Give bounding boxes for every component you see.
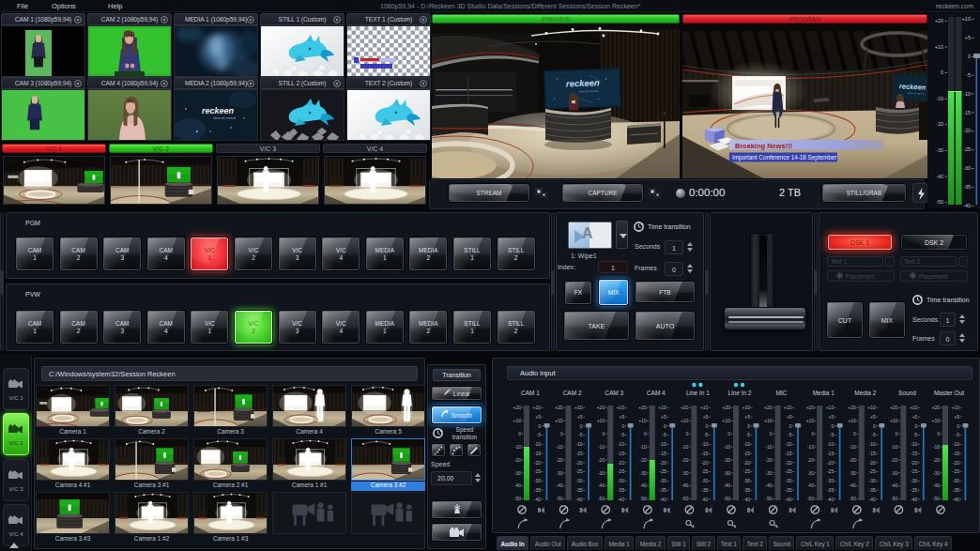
svg-text:+10: +10 bbox=[890, 418, 898, 423]
svg-text:+10: +10 bbox=[638, 418, 647, 423]
svg-text:-10: -10 bbox=[681, 444, 688, 450]
svg-text:+5: +5 bbox=[619, 414, 624, 420]
svg-text:-10: -10 bbox=[785, 441, 791, 447]
svg-text:0: 0 bbox=[896, 431, 898, 436]
svg-text:-20: -20 bbox=[936, 121, 943, 127]
svg-text:0: 0 bbox=[853, 431, 856, 436]
svg-text:-50: -50 bbox=[850, 496, 856, 501]
svg-text:-40: -40 bbox=[933, 482, 940, 488]
svg-text:-40: -40 bbox=[660, 497, 666, 502]
svg-text:Line In 1: Line In 1 bbox=[686, 390, 710, 396]
svg-text:keen on record: keen on record bbox=[579, 89, 598, 94]
svg-text:0: 0 bbox=[538, 423, 541, 429]
svg-text:+5: +5 bbox=[912, 414, 918, 420]
svg-text:0: 0 bbox=[580, 423, 583, 429]
svg-text:CAM 1: CAM 1 bbox=[521, 390, 540, 396]
svg-text:-40: -40 bbox=[618, 497, 624, 502]
svg-text:0: 0 bbox=[873, 423, 876, 429]
svg-text:-20: -20 bbox=[575, 460, 582, 466]
svg-text:-40: -40 bbox=[785, 497, 791, 502]
svg-text:-5: -5 bbox=[871, 432, 876, 437]
svg-text:-30: -30 bbox=[598, 470, 605, 476]
svg-text:+10: +10 bbox=[962, 16, 971, 22]
svg-text:-30: -30 bbox=[807, 470, 814, 476]
svg-text:reckeen: reckeen bbox=[899, 82, 926, 91]
svg-text:-30: -30 bbox=[724, 470, 730, 476]
svg-text:-35: -35 bbox=[618, 487, 624, 493]
svg-text:-15: -15 bbox=[701, 451, 708, 456]
svg-text:-10: -10 bbox=[743, 441, 750, 447]
svg-text:-10: -10 bbox=[827, 441, 834, 447]
svg-text:+10: +10 bbox=[806, 418, 815, 423]
svg-text:-30: -30 bbox=[660, 478, 666, 483]
svg-text:0: 0 bbox=[686, 431, 689, 436]
svg-text:-5: -5 bbox=[913, 432, 918, 437]
svg-text:-10: -10 bbox=[514, 444, 521, 450]
svg-text:-50: -50 bbox=[724, 496, 730, 501]
svg-text:-25: -25 bbox=[743, 468, 750, 474]
svg-text:-40: -40 bbox=[936, 174, 943, 179]
svg-text:+10: +10 bbox=[848, 418, 856, 423]
svg-text:-30: -30 bbox=[891, 470, 897, 476]
svg-text:-20: -20 bbox=[785, 460, 791, 466]
svg-text:-35: -35 bbox=[953, 487, 959, 493]
svg-text:Master Out: Master Out bbox=[934, 390, 964, 396]
svg-text:-5: -5 bbox=[746, 432, 751, 437]
svg-text:Breaking News!!!: Breaking News!!! bbox=[735, 142, 792, 150]
svg-text:-20: -20 bbox=[534, 460, 541, 466]
svg-text:-30: -30 bbox=[850, 470, 856, 476]
svg-text:+5: +5 bbox=[954, 414, 959, 420]
svg-text:-15: -15 bbox=[911, 451, 917, 456]
svg-text:-40: -40 bbox=[807, 482, 814, 488]
svg-text:-15: -15 bbox=[869, 451, 876, 456]
svg-text:0: 0 bbox=[727, 431, 730, 436]
svg-text:-25: -25 bbox=[660, 468, 666, 474]
svg-text:-15: -15 bbox=[575, 451, 582, 456]
svg-text:-40: -40 bbox=[681, 482, 688, 488]
svg-text:-30: -30 bbox=[575, 478, 582, 483]
svg-text:+20: +20 bbox=[806, 405, 815, 410]
svg-text:-50: -50 bbox=[765, 496, 772, 501]
svg-text:+5: +5 bbox=[828, 414, 834, 420]
svg-text:-35: -35 bbox=[743, 487, 750, 493]
svg-text:-35: -35 bbox=[785, 487, 791, 493]
svg-text:0: 0 bbox=[644, 431, 647, 436]
svg-text:-50: -50 bbox=[807, 496, 814, 501]
svg-text:+5: +5 bbox=[787, 414, 792, 420]
svg-text:-35: -35 bbox=[575, 487, 582, 493]
svg-text:+10: +10 bbox=[826, 405, 835, 410]
svg-text:-50: -50 bbox=[640, 496, 647, 501]
svg-text:-25: -25 bbox=[701, 468, 708, 474]
svg-text:+10: +10 bbox=[658, 405, 666, 410]
svg-text:Sound: Sound bbox=[898, 390, 916, 396]
svg-text:+20: +20 bbox=[848, 405, 856, 410]
svg-text:-10: -10 bbox=[618, 441, 624, 447]
svg-text:+5: +5 bbox=[703, 414, 709, 420]
svg-text:-35: -35 bbox=[869, 487, 876, 493]
svg-text:-20: -20 bbox=[724, 457, 730, 463]
svg-text:-10: -10 bbox=[556, 444, 562, 450]
svg-text:-20: -20 bbox=[765, 457, 772, 463]
svg-text:-10: -10 bbox=[953, 441, 959, 447]
svg-text:-30: -30 bbox=[953, 478, 959, 483]
svg-text:-10: -10 bbox=[933, 444, 940, 450]
svg-text:-30: -30 bbox=[534, 478, 541, 483]
svg-text:0: 0 bbox=[915, 423, 918, 429]
svg-text:+10: +10 bbox=[723, 418, 731, 423]
svg-text:-10: -10 bbox=[765, 444, 772, 450]
svg-text:-50: -50 bbox=[936, 199, 943, 205]
svg-text:-40: -40 bbox=[963, 203, 971, 208]
svg-text:-35: -35 bbox=[534, 487, 541, 493]
svg-text:-25: -25 bbox=[618, 468, 624, 474]
svg-text:-20: -20 bbox=[827, 460, 834, 466]
svg-text:+5: +5 bbox=[870, 414, 876, 420]
svg-text:-20: -20 bbox=[963, 128, 971, 133]
svg-text:Media 2: Media 2 bbox=[854, 390, 877, 396]
svg-text:-50: -50 bbox=[598, 496, 605, 501]
svg-text:+20: +20 bbox=[935, 18, 943, 23]
svg-text:-15: -15 bbox=[953, 451, 959, 456]
svg-text:-30: -30 bbox=[911, 478, 917, 483]
svg-text:-15: -15 bbox=[534, 451, 541, 456]
svg-text:-40: -40 bbox=[869, 497, 876, 502]
svg-text:-20: -20 bbox=[556, 457, 562, 463]
